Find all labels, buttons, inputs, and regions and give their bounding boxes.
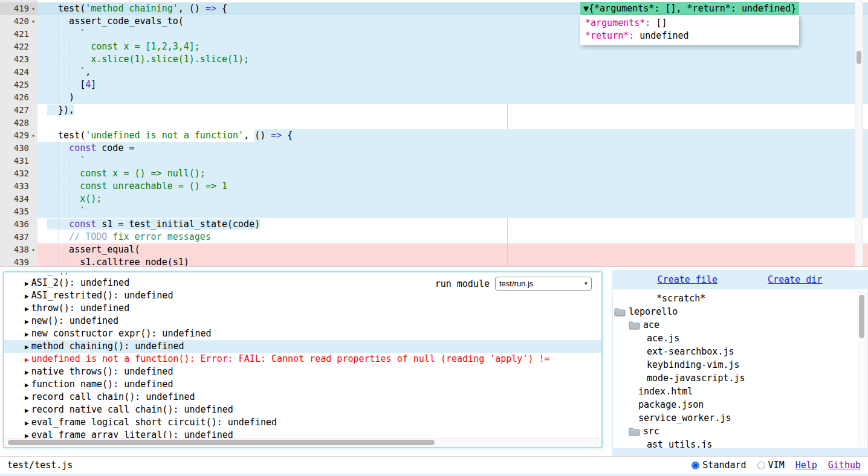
line-number-cell: 421: [0, 28, 37, 40]
console-entry-text: eval_frame logical short circuit(): unde…: [31, 417, 277, 428]
file-tree-item[interactable]: package.json: [613, 398, 867, 411]
file-tree-item[interactable]: *scratch*: [613, 292, 867, 305]
console-entry[interactable]: ▶function name(): undefined: [4, 378, 601, 391]
console-entry[interactable]: ▶throw(): undefined: [4, 302, 601, 315]
expand-arrow-icon[interactable]: ▶: [25, 419, 29, 427]
code-line-content[interactable]: `: [37, 155, 868, 167]
tooltip-row[interactable]: *arguments*:[]: [585, 17, 794, 30]
code-token: 'method chaining': [85, 3, 178, 14]
tooltip-row[interactable]: *return*:undefined: [585, 30, 794, 42]
code-line-content[interactable]: test('undefined is not a function', () =…: [37, 129, 868, 142]
code-token: (): [254, 130, 271, 141]
indent-guide: [69, 193, 70, 205]
expand-arrow-icon[interactable]: ▶: [25, 407, 29, 414]
expand-arrow-icon[interactable]: ▶: [25, 292, 29, 300]
expand-arrow-icon[interactable]: ▶: [25, 273, 29, 275]
indent-guide: [58, 28, 59, 40]
code-line-content[interactable]: `,: [37, 66, 868, 79]
create-dir-link[interactable]: Create dir: [768, 274, 822, 285]
console-entry[interactable]: ▶eval_frame array_literal(): undefined: [4, 429, 601, 438]
code-token: x();: [47, 193, 102, 204]
fold-arrow-icon[interactable]: ▾: [29, 243, 37, 256]
create-file-link[interactable]: Create file: [658, 274, 717, 285]
expand-arrow-icon[interactable]: ▶: [25, 330, 29, 338]
code-token: ,: [85, 66, 91, 77]
file-tree-item[interactable]: ace: [613, 318, 867, 332]
console-entry[interactable]: ▶record native call chain(): undefined: [4, 404, 601, 416]
tooltip-body: *arguments*:[]*return*:undefined: [580, 15, 799, 45]
code-line-content[interactable]: ): [37, 91, 868, 104]
console-entry[interactable]: ▶new(): undefined: [4, 315, 601, 327]
expand-arrow-icon[interactable]: ▶: [25, 343, 29, 351]
github-link[interactable]: Github: [828, 460, 861, 471]
console-entries: ▶ASI_1(): undefined▶ASI_2(): undefined▶A…: [4, 273, 601, 438]
expand-arrow-icon[interactable]: ▶: [25, 432, 29, 438]
code-token: {: [282, 130, 293, 141]
expand-arrow-icon[interactable]: ▶: [25, 305, 29, 313]
expand-arrow-icon[interactable]: ▶: [25, 318, 29, 326]
fold-arrow-icon[interactable]: ▾: [29, 129, 37, 142]
tooltip-header[interactable]: ▼{*arguments*: [], *return*: undefined}: [580, 2, 799, 15]
console-entry[interactable]: ▶ASI_restrited(): undefined: [4, 289, 601, 302]
folder-icon: [629, 321, 640, 330]
code-line-content[interactable]: const code =: [37, 142, 868, 155]
indent-guide: [58, 79, 59, 91]
help-link[interactable]: Help: [795, 460, 817, 471]
file-tree-item[interactable]: index.html: [613, 385, 867, 398]
code-line-content[interactable]: x.slice(1).slice(1).slice(1);: [37, 53, 868, 66]
code-line-content[interactable]: const unreachable = () => 1: [37, 180, 868, 193]
file-tree-item[interactable]: ace.js: [613, 332, 867, 345]
file-tree-item[interactable]: ast_utils.js: [613, 438, 867, 448]
code-line-content[interactable]: [4]: [37, 79, 868, 91]
console-entry-text: native throws(): undefined: [31, 366, 173, 377]
file-tree-item[interactable]: keybinding-vim.js: [613, 358, 867, 371]
fold-arrow-icon[interactable]: ▾: [29, 2, 37, 15]
code-line-content[interactable]: [37, 117, 868, 129]
console-hscrollbar-thumb[interactable]: [8, 440, 435, 445]
console-entry[interactable]: ▶new constructor expr(): undefined: [4, 327, 601, 340]
indent-guide: [58, 256, 59, 267]
code-line-content[interactable]: `: [37, 205, 868, 218]
console-entry-text: record call chain(): undefined: [31, 391, 195, 402]
editor-scrollbar-thumb[interactable]: [857, 51, 861, 64]
file-tree-item[interactable]: src: [613, 425, 867, 438]
console-entry[interactable]: ▶native throws(): undefined: [4, 365, 601, 378]
fold-arrow-icon[interactable]: ▾: [29, 15, 37, 28]
line-number: 422: [0, 40, 29, 53]
run-module-select[interactable]: test/run.js: [495, 277, 592, 291]
console-entry[interactable]: ▶undefined is not a function(): Error: F…: [4, 353, 601, 365]
file-tree-item[interactable]: mode-javascript.js: [613, 371, 867, 385]
console-panel: ▶ASI_1(): undefined▶ASI_2(): undefined▶A…: [3, 271, 603, 448]
expand-arrow-icon[interactable]: ▶: [25, 394, 29, 402]
expand-arrow-icon[interactable]: ▶: [25, 356, 29, 364]
file-tree-item[interactable]: service_worker.js: [613, 411, 867, 425]
code-line: 435 `: [0, 205, 868, 218]
code-line-content[interactable]: x();: [37, 193, 868, 205]
keybinding-vim-option[interactable]: VIM: [757, 460, 785, 471]
code-line-content[interactable]: s1.calltree_node(s1): [37, 256, 868, 267]
selection-highlight: }),: [47, 105, 74, 115]
code-token: }),: [47, 105, 74, 115]
code-token: // TODO: [69, 231, 107, 242]
code-line-content[interactable]: const s1 = test_initial_state(code): [37, 218, 868, 231]
code-line: 429▾ test('undefined is not a function',…: [0, 129, 868, 142]
code-line-content[interactable]: const x = () => null();: [37, 167, 868, 180]
radio-unchecked-icon[interactable]: [757, 462, 765, 469]
file-tree-item[interactable]: leporello: [613, 305, 867, 318]
console-entry[interactable]: ▶record call chain(): undefined: [4, 391, 601, 404]
line-number-cell: 432: [0, 167, 37, 180]
code-line: 428: [0, 117, 868, 129]
console-entry[interactable]: ▶method chaining(): undefined: [4, 340, 601, 353]
file-tree-item[interactable]: ext-searchbox.js: [613, 345, 867, 358]
code-line-content[interactable]: }),: [37, 104, 868, 117]
code-line-content[interactable]: assert_equal(: [37, 243, 868, 256]
keybinding-standard-option[interactable]: Standard: [691, 460, 746, 471]
line-number: 423: [0, 53, 29, 66]
expand-arrow-icon[interactable]: ▶: [25, 381, 29, 389]
expand-arrow-icon[interactable]: ▶: [25, 280, 29, 288]
file-tree-scrollbar-thumb[interactable]: [859, 295, 864, 338]
code-line-content[interactable]: // TODO fix error messages: [37, 231, 868, 243]
console-entry[interactable]: ▶eval_frame logical short circuit(): und…: [4, 416, 601, 429]
radio-checked-icon[interactable]: [691, 462, 699, 469]
expand-arrow-icon[interactable]: ▶: [25, 368, 29, 376]
